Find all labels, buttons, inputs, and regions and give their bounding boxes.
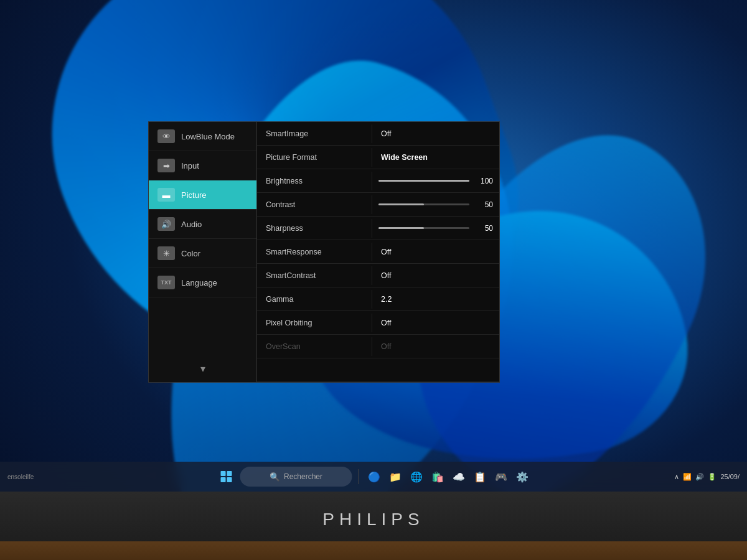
osd-menu: 👁 LowBlue Mode ➡ Input ▬ Picture 🔊 Audio… bbox=[148, 121, 500, 383]
sidebar-item-label: Picture bbox=[181, 190, 206, 200]
brightness-value: 100 bbox=[474, 177, 493, 185]
brightness-label: Brightness bbox=[257, 172, 372, 190]
sidebar-item-label: Language bbox=[181, 278, 217, 287]
pixel-orbiting-label: Pixel Orbiting bbox=[257, 314, 372, 332]
contrast-label: Contrast bbox=[257, 195, 372, 214]
language-icon: TXT bbox=[157, 276, 175, 289]
windows-logo bbox=[221, 471, 232, 482]
sidebar-item-label: Color bbox=[181, 249, 200, 258]
sharpness-label: Sharpness bbox=[257, 219, 372, 238]
smartimage-label: SmartImage bbox=[257, 124, 372, 143]
color-icon: ✳ bbox=[157, 246, 175, 260]
sidebar-item-picture[interactable]: ▬ Picture bbox=[149, 180, 256, 210]
search-icon: 🔍 bbox=[270, 472, 280, 482]
sidebar-item-label: Audio bbox=[181, 220, 202, 229]
taskbar-icon-cloud[interactable]: ☁️ bbox=[450, 468, 467, 485]
input-icon: ➡ bbox=[157, 159, 175, 172]
sharpness-value: 50 bbox=[474, 224, 493, 233]
tray-arrow-icon[interactable]: ∧ bbox=[674, 473, 679, 481]
smartresponse-value: Off bbox=[372, 243, 499, 261]
sidebar-item-lowblue[interactable]: 👁 LowBlue Mode bbox=[149, 122, 256, 151]
clock[interactable]: 25/09/ bbox=[720, 473, 740, 480]
sidebar-item-label: Input bbox=[181, 161, 199, 170]
setting-row-pixel-orbiting[interactable]: Pixel Orbiting Off bbox=[257, 311, 499, 335]
smartcontrast-label: SmartContrast bbox=[257, 266, 372, 285]
search-button[interactable]: 🔍 Rechercher bbox=[240, 467, 352, 487]
setting-row-gamma[interactable]: Gamma 2.2 bbox=[257, 287, 499, 311]
overscan-value: Off bbox=[372, 337, 499, 356]
battery-icon: 🔋 bbox=[708, 473, 716, 481]
chevron-down-icon: ▾ bbox=[200, 363, 205, 375]
taskbar-left: ensoleilfe bbox=[7, 474, 34, 480]
monitor-brand: PHILIPS bbox=[322, 510, 424, 530]
taskbar: ensoleilfe 🔍 Rechercher 🔵 📁 🌐 🛍️ ☁️ 📋 🎮 … bbox=[0, 462, 747, 492]
taskbar-center: 🔍 Rechercher 🔵 📁 🌐 🛍️ ☁️ 📋 🎮 ⚙️ bbox=[217, 467, 531, 487]
taskbar-separator-1 bbox=[359, 469, 359, 484]
contrast-fill bbox=[378, 203, 424, 205]
sidebar-more-button[interactable]: ▾ bbox=[149, 355, 256, 382]
sidebar-item-input[interactable]: ➡ Input bbox=[149, 151, 256, 180]
setting-row-smartcontrast[interactable]: SmartContrast Off bbox=[257, 264, 499, 287]
smartimage-value: Off bbox=[372, 124, 499, 143]
sharpness-track bbox=[378, 227, 469, 229]
taskbar-icon-browser[interactable]: 🔵 bbox=[365, 468, 383, 485]
audio-icon: 🔊 bbox=[157, 217, 175, 231]
setting-row-smartresponse[interactable]: SmartResponse Off bbox=[257, 240, 499, 264]
taskbar-icon-settings[interactable]: ⚙️ bbox=[514, 468, 531, 485]
picture-icon: ▬ bbox=[157, 188, 175, 202]
taskbar-icon-edge[interactable]: 🌐 bbox=[408, 468, 425, 485]
taskbar-icon-code[interactable]: 📋 bbox=[471, 468, 489, 485]
brightness-slider[interactable]: 100 bbox=[372, 172, 499, 190]
sidebar-item-label: LowBlue Mode bbox=[181, 132, 235, 141]
gamma-value: 2.2 bbox=[372, 290, 499, 309]
system-tray: ∧ 📶 🔊 🔋 25/09/ bbox=[674, 473, 740, 481]
volume-icon[interactable]: 🔊 bbox=[695, 473, 704, 481]
sharpness-slider[interactable]: 50 bbox=[372, 219, 499, 238]
setting-row-contrast[interactable]: Contrast 50 bbox=[257, 193, 499, 217]
smartcontrast-value: Off bbox=[372, 266, 499, 285]
lowblue-icon: 👁 bbox=[157, 129, 175, 143]
taskbar-icon-files[interactable]: 📁 bbox=[387, 468, 404, 485]
start-button[interactable] bbox=[217, 467, 237, 487]
contrast-track bbox=[378, 203, 469, 205]
picture-format-label: Picture Format bbox=[257, 148, 372, 167]
contrast-slider[interactable]: 50 bbox=[372, 195, 499, 214]
osd-sidebar: 👁 LowBlue Mode ➡ Input ▬ Picture 🔊 Audio… bbox=[148, 121, 257, 383]
setting-row-smartimage[interactable]: SmartImage Off bbox=[257, 122, 499, 146]
taskbar-edge-label: ensoleilfe bbox=[7, 474, 34, 480]
contrast-value: 50 bbox=[474, 200, 493, 209]
smartresponse-label: SmartResponse bbox=[257, 243, 372, 261]
pixel-orbiting-value: Off bbox=[372, 314, 499, 332]
taskbar-icon-store[interactable]: 🛍️ bbox=[429, 468, 446, 485]
setting-row-brightness[interactable]: Brightness 100 bbox=[257, 169, 499, 193]
setting-row-overscan[interactable]: OverScan Off bbox=[257, 335, 499, 358]
setting-row-sharpness[interactable]: Sharpness 50 bbox=[257, 217, 499, 240]
setting-row-empty-1 bbox=[257, 358, 499, 382]
brightness-track bbox=[378, 180, 469, 182]
sidebar-item-audio[interactable]: 🔊 Audio bbox=[149, 210, 256, 239]
picture-format-value: Wide Screen bbox=[372, 148, 499, 167]
gamma-label: Gamma bbox=[257, 290, 372, 309]
taskbar-icon-xbox[interactable]: 🎮 bbox=[492, 468, 510, 485]
table-surface bbox=[0, 541, 747, 560]
sidebar-item-color[interactable]: ✳ Color bbox=[149, 239, 256, 268]
sidebar-item-language[interactable]: TXT Language bbox=[149, 268, 256, 297]
wifi-icon[interactable]: 📶 bbox=[683, 473, 692, 481]
overscan-label: OverScan bbox=[257, 337, 372, 356]
setting-row-picture-format[interactable]: Picture Format Wide Screen bbox=[257, 146, 499, 169]
sharpness-fill bbox=[378, 227, 424, 229]
settings-panel: SmartImage Off Picture Format Wide Scree… bbox=[257, 121, 500, 383]
brightness-fill bbox=[378, 180, 469, 182]
search-placeholder: Rechercher bbox=[284, 472, 322, 481]
